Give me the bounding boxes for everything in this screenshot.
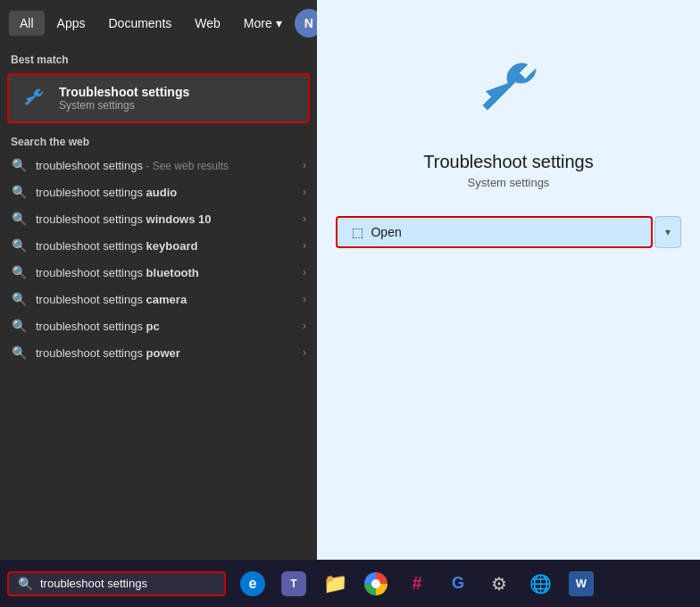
slack-logo: #: [412, 573, 421, 594]
chevron-right-icon: ›: [303, 320, 306, 332]
app-icon-large: [464, 45, 554, 134]
taskbar: 🔍 troubleshoot settings e T 📁 # G ⚙: [0, 560, 700, 607]
search-item-text: troubleshoot settings camera: [36, 293, 294, 306]
taskbar-misc2-icon[interactable]: 🌐: [522, 566, 558, 602]
misc2-logo: 🌐: [529, 573, 552, 595]
open-dropdown-button[interactable]: ▾: [654, 216, 681, 248]
search-item-text: troubleshoot settings audio: [36, 186, 294, 199]
list-item[interactable]: 🔍 troubleshoot settings windows 10 ›: [0, 205, 317, 232]
open-btn-container: ⬚ Open ▾: [336, 216, 680, 248]
list-item[interactable]: 🔍 troubleshoot settings camera ›: [0, 286, 317, 312]
search-web-label: Search the web: [0, 127, 317, 152]
search-result-icon: 🔍: [11, 157, 27, 173]
tab-documents[interactable]: Documents: [97, 11, 182, 36]
open-label: Open: [371, 225, 401, 239]
tabs-bar: All Apps Documents Web More ▾ N 👤 ··· ✕: [0, 0, 317, 46]
search-item-text: troubleshoot settings bluetooth: [36, 266, 294, 279]
chevron-down-icon: ▾: [276, 16, 282, 30]
chevron-right-icon: ›: [303, 266, 306, 279]
best-match-text: Troubleshoot settings System settings: [59, 85, 189, 112]
folder-logo: 📁: [323, 572, 347, 595]
search-result-icon: 🔍: [11, 318, 27, 334]
search-result-icon: 🔍: [11, 264, 27, 280]
search-item-text: troubleshoot settings keyboard: [36, 239, 294, 253]
list-item[interactable]: 🔍 troubleshoot settings keyboard ›: [0, 232, 317, 259]
left-panel: All Apps Documents Web More ▾ N 👤 ··· ✕ …: [0, 0, 317, 560]
start-menu: All Apps Documents Web More ▾ N 👤 ··· ✕ …: [0, 0, 700, 560]
open-icon: ⬚: [352, 225, 363, 239]
right-panel: Troubleshoot settings System settings ⬚ …: [317, 0, 700, 560]
taskbar-search-bar[interactable]: 🔍 troubleshoot settings: [7, 571, 226, 596]
taskbar-slack-icon[interactable]: #: [399, 566, 435, 602]
taskbar-chrome-icon[interactable]: [358, 566, 394, 602]
wrench-icon: [20, 84, 48, 112]
list-item[interactable]: 🔍 troubleshoot settings pc ›: [0, 312, 317, 339]
taskbar-folder-icon[interactable]: 📁: [317, 566, 353, 602]
best-match-item[interactable]: Troubleshoot settings System settings: [7, 73, 310, 123]
search-result-icon: 🔍: [11, 211, 27, 227]
taskbar-teams-icon[interactable]: T: [276, 566, 312, 602]
taskbar-word-icon[interactable]: W: [563, 566, 599, 602]
chevron-right-icon: ›: [303, 212, 306, 225]
search-input-value: troubleshoot settings: [40, 577, 147, 590]
taskbar-google-icon[interactable]: G: [440, 566, 476, 602]
search-result-icon: 🔍: [11, 237, 27, 254]
app-title: Troubleshoot settings: [423, 152, 593, 172]
search-item-text: troubleshoot settings - See web results: [36, 159, 294, 172]
search-result-icon: 🔍: [11, 345, 27, 361]
chevron-right-icon: ›: [303, 239, 306, 252]
search-result-icon: 🔍: [11, 184, 27, 200]
misc1-logo: ⚙: [491, 573, 507, 595]
chevron-right-icon: ›: [303, 186, 306, 198]
open-button[interactable]: ⬚ Open: [336, 216, 652, 248]
search-icon: 🔍: [18, 577, 33, 591]
edge-logo: e: [240, 571, 265, 596]
taskbar-icons: e T 📁 # G ⚙ 🌐 W: [235, 566, 599, 602]
list-item[interactable]: 🔍 troubleshoot settings - See web result…: [0, 152, 317, 179]
chevron-right-icon: ›: [303, 346, 306, 359]
search-result-icon: 🔍: [11, 291, 27, 307]
google-logo: G: [452, 574, 464, 593]
search-item-text: troubleshoot settings power: [36, 346, 294, 360]
taskbar-edge-icon[interactable]: e: [235, 566, 271, 602]
tab-apps[interactable]: Apps: [46, 11, 96, 36]
chevron-right-icon: ›: [303, 293, 306, 305]
chevron-down-icon: ▾: [665, 226, 671, 238]
search-item-text: troubleshoot settings windows 10: [36, 212, 294, 226]
best-match-title: Troubleshoot settings: [59, 85, 189, 99]
chevron-right-icon: ›: [303, 159, 306, 171]
tab-web[interactable]: Web: [184, 11, 231, 36]
best-match-label: Best match: [0, 46, 317, 70]
taskbar-misc1-icon[interactable]: ⚙: [481, 566, 517, 602]
chrome-logo: [364, 572, 388, 595]
best-match-subtitle: System settings: [59, 99, 189, 112]
list-item[interactable]: 🔍 troubleshoot settings bluetooth ›: [0, 259, 317, 286]
tab-more[interactable]: More ▾: [233, 11, 293, 36]
word-logo: W: [569, 571, 594, 596]
list-item[interactable]: 🔍 troubleshoot settings audio ›: [0, 179, 317, 205]
search-item-text: troubleshoot settings pc: [36, 320, 294, 333]
tab-all[interactable]: All: [9, 11, 45, 36]
list-item[interactable]: 🔍 troubleshoot settings power ›: [0, 339, 317, 366]
teams-logo: T: [281, 571, 306, 596]
app-subtitle: System settings: [468, 176, 550, 189]
